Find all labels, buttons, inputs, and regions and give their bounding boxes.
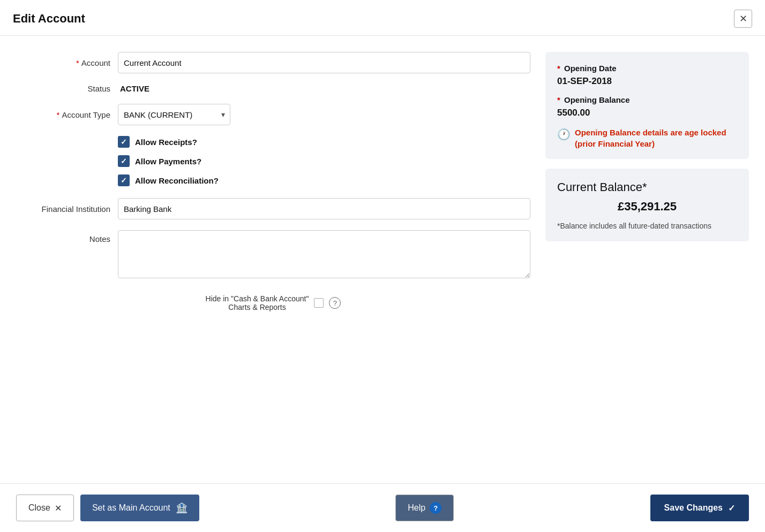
footer-center: Help ? (199, 495, 650, 521)
current-balance-card: Current Balance* £35,291.25 *Balance inc… (545, 169, 749, 241)
help-circle-icon: ? (430, 502, 441, 514)
hide-checkbox[interactable] (314, 298, 324, 308)
set-main-account-button[interactable]: Set as Main Account 🏦 (80, 495, 199, 521)
footer-right: Save Changes ✓ (650, 495, 749, 521)
opening-date-label: * Opening Date (557, 64, 737, 73)
left-panel: *Account Status ACTIVE *Account Type BAN… (16, 52, 530, 483)
allow-payments-label: Allow Payments? (135, 157, 201, 166)
account-type-select-wrapper: BANK (CURRENT) BANK (SAVINGS) CASH CREDI… (118, 104, 230, 125)
allow-receipts-label: Allow Receipts? (135, 138, 197, 147)
hide-help-icon[interactable]: ? (329, 297, 341, 309)
account-type-select[interactable]: BANK (CURRENT) BANK (SAVINGS) CASH CREDI… (118, 104, 230, 125)
financial-institution-input[interactable] (118, 198, 530, 219)
notes-label: Notes (16, 230, 118, 244)
notes-textarea[interactable] (118, 230, 530, 278)
modal-footer: Close ✕ Set as Main Account 🏦 Help ? Sav… (0, 483, 765, 532)
help-label: Help (408, 503, 425, 513)
opening-balance-label: * Opening Balance (557, 95, 737, 104)
hide-cash-bank-row: Hide in "Cash & Bank Account" Charts & R… (16, 294, 530, 311)
status-label: Status (16, 84, 118, 93)
right-panel: * Opening Date 01-SEP-2018 * Opening Bal… (545, 52, 749, 483)
status-value: ACTIVE (118, 84, 149, 93)
edit-account-modal: Edit Account ✕ *Account Status ACTIVE *A… (0, 0, 765, 532)
account-input[interactable] (118, 52, 530, 73)
allow-reconciliation-label: Allow Reconciliation? (135, 176, 219, 185)
bank-icon: 🏦 (176, 502, 188, 514)
close-x-icon: ✕ (55, 503, 62, 513)
hide-label-line1: Hide in "Cash & Bank Account" (206, 294, 309, 303)
allow-reconciliation-row: Allow Reconciliation? (118, 174, 530, 186)
allow-receipts-checkbox[interactable] (118, 136, 130, 148)
notes-row: Notes (16, 230, 530, 278)
age-locked-text: Opening Balance details are age locked (… (575, 127, 737, 149)
modal-body: *Account Status ACTIVE *Account Type BAN… (0, 36, 765, 483)
allow-payments-row: Allow Payments? (118, 155, 530, 167)
financial-institution-label: Financial Institution (16, 204, 118, 214)
financial-institution-row: Financial Institution (16, 198, 530, 219)
current-balance-title: Current Balance* (557, 180, 737, 194)
account-type-row: *Account Type BANK (CURRENT) BANK (SAVIN… (16, 104, 530, 125)
account-label: *Account (16, 58, 118, 67)
account-required-star: * (76, 58, 79, 67)
clock-icon: 🕐 (557, 128, 571, 141)
account-type-label: *Account Type (16, 110, 118, 119)
opening-info-card: * Opening Date 01-SEP-2018 * Opening Bal… (545, 52, 749, 159)
allow-receipts-row: Allow Receipts? (118, 136, 530, 148)
opening-balance-value: 5500.00 (557, 108, 737, 118)
help-button[interactable]: Help ? (395, 495, 454, 521)
close-button[interactable]: Close ✕ (16, 495, 74, 521)
account-row: *Account (16, 52, 530, 73)
modal-title: Edit Account (13, 12, 85, 26)
close-button-label: Close (28, 503, 50, 513)
modal-header: Edit Account ✕ (0, 0, 765, 36)
age-locked-message: 🕐 Opening Balance details are age locked… (557, 127, 737, 149)
allow-reconciliation-checkbox[interactable] (118, 174, 130, 186)
opening-balance-required-star: * (557, 95, 560, 104)
footer-left: Close ✕ Set as Main Account 🏦 (16, 495, 199, 521)
save-changes-button[interactable]: Save Changes ✓ (650, 495, 749, 521)
save-changes-label: Save Changes (664, 503, 723, 513)
set-main-account-label: Set as Main Account (92, 503, 170, 513)
allow-payments-checkbox[interactable] (118, 155, 130, 167)
account-type-required-star: * (57, 110, 60, 119)
status-row: Status ACTIVE (16, 84, 530, 93)
current-balance-value: £35,291.25 (557, 200, 737, 214)
opening-date-value: 01-SEP-2018 (557, 76, 737, 87)
current-balance-note: *Balance includes all future-dated trans… (557, 221, 737, 232)
opening-date-required-star: * (557, 64, 560, 73)
hide-label-line2: Charts & Reports (228, 303, 286, 311)
modal-close-x-button[interactable]: ✕ (734, 10, 752, 28)
checkmark-icon: ✓ (728, 503, 735, 513)
